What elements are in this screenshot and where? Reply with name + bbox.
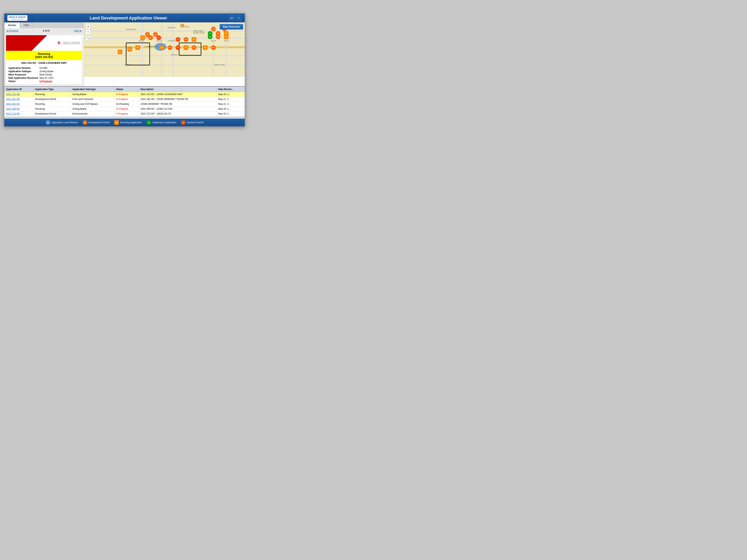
cell-app-type: Development Permit (33, 97, 71, 102)
nav-counter: 1 of 3 (43, 29, 50, 32)
marker-rz-left-3[interactable]: RZ (135, 45, 140, 50)
detail-status: Status: In Progress (8, 80, 80, 83)
realtor-r-icon: R (56, 40, 62, 46)
marker-rz-lh2[interactable]: RZ (184, 45, 188, 50)
marker-vp-1[interactable]: VP (176, 37, 180, 42)
road-label-222: 222 St (211, 40, 216, 42)
cell-app-subtype: Zoning and OCP Bylaws (71, 102, 114, 107)
app-container: MAPLE RIDGE British Columbia Land Develo… (4, 13, 245, 127)
marker-rz-4[interactable]: RZ (140, 35, 145, 40)
marker-dp-5[interactable]: DP (184, 37, 188, 42)
card-details: Application Number: 511069 Application S… (6, 65, 82, 84)
table-header-row: Application ID Application Type Applicat… (4, 87, 245, 92)
horizontal-scrollbar[interactable] (4, 117, 245, 118)
cell-date: May 21, 2... (217, 102, 245, 107)
marker-dp-1[interactable]: DP (211, 27, 216, 31)
legend-item: VP Variance Permit (181, 120, 203, 125)
marker-dp-8[interactable]: DP (148, 35, 153, 40)
table-row[interactable]: 2021-281-RZ Rezoning Zoning and OCP Byla… (4, 102, 245, 107)
cell-description: 22936 DEWDNEY TRUNK RD (139, 102, 216, 107)
marker-rz-top[interactable]: RZ (181, 24, 184, 26)
table-row[interactable]: 2021-281-DP Development Permit Form and … (4, 97, 245, 102)
cell-app-type: Rezoning (33, 107, 71, 111)
selected-outline-secondary (179, 43, 201, 56)
cell-app-subtype: Zoning Bylaw (71, 92, 114, 97)
col-date: Date Receiv... (217, 87, 245, 92)
cell-status: In Progress (114, 97, 139, 102)
cell-app-subtype: Zoning Bylaw (71, 107, 114, 111)
col-status: Status (114, 87, 139, 92)
road-cliff (84, 55, 245, 56)
app-header: MAPLE RIDGE British Columbia Land Develo… (4, 14, 245, 22)
cell-app-subtype: Form and Character (71, 97, 114, 102)
legend-label: Subdivision Application (152, 121, 176, 124)
value-work-proposed: Multi Family (40, 73, 52, 76)
cell-app-type: Rezoning (33, 102, 71, 107)
realtor-text: REALTOR® (62, 41, 80, 45)
zoom-in-button[interactable]: + (85, 24, 91, 29)
cell-app-subtype: Environmental (71, 111, 114, 116)
col-description: Description (139, 87, 216, 92)
help-icon[interactable]: ? (236, 16, 241, 21)
cell-status: 3rd Reading (114, 102, 139, 107)
panel-tabs: Details Filter (4, 22, 84, 28)
marker-dp-lh1[interactable]: DP (168, 45, 172, 50)
cell-app-id: 2021-272-DP (4, 111, 33, 116)
map-container[interactable]: Dover Rd. Howison Ave Laurie Ave Selkirk… (84, 22, 245, 77)
value-app-number: 511069 (40, 67, 47, 70)
detail-app-number: Application Number: 511069 (8, 67, 80, 70)
application-card: R REALTOR® Rezoning(2021-101-RZ) 2021-10… (6, 35, 82, 85)
map-overview-button[interactable]: Map Overview (220, 24, 243, 30)
road-label-223: 223 St (224, 40, 229, 42)
data-table-container: Application ID Application Type Applicat… (4, 86, 245, 118)
marker-dp-lh3[interactable]: DP (211, 45, 216, 50)
cell-app-id: 2021-280-RZ (4, 107, 33, 111)
map-background: Dover Rd. Howison Ave Laurie Ave Selkirk… (84, 22, 245, 77)
marker-rz-3[interactable]: RZ (191, 37, 196, 42)
cell-app-type: Rezoning (33, 92, 71, 97)
marker-rz-left-1[interactable]: RZ (118, 50, 122, 54)
legend-badge: DP (83, 120, 87, 125)
left-panel: Details Filter ◄ Previous 1 of 3 Next ► … (4, 22, 84, 86)
prev-button[interactable]: ◄ Previous (6, 29, 18, 32)
legend-label: Development Permit (88, 121, 110, 124)
cell-description: 2021-101-RZ - 21938 LOUGHEED HWY (139, 92, 216, 97)
search-button[interactable]: 🔍 (85, 35, 91, 41)
card-address: 2021-101-RZ - 21938 LOUGHEED HWY (6, 60, 82, 65)
tab-filter[interactable]: Filter (20, 22, 33, 28)
col-app-id: Application ID (4, 87, 33, 92)
value-status[interactable]: In Progress (40, 80, 52, 83)
email-icon[interactable]: ✉ (229, 16, 235, 21)
detail-work-proposed: Work Proposed: Multi Family (8, 73, 80, 76)
cell-date: May 20, 2... (217, 111, 245, 116)
marker-rz-lh3[interactable]: RZ (203, 45, 208, 50)
main-area: Details Filter ◄ Previous 1 of 3 Next ► … (4, 22, 245, 86)
marker-vp-2[interactable]: VP (156, 35, 161, 40)
label-date-received: Date Application Received: (8, 77, 40, 79)
detail-app-subtype: Application Subtype: Zoning Bylaw (8, 70, 80, 73)
cell-description: 2021-272-DP - 12628 232 ST (139, 111, 216, 116)
marker-vp-lh[interactable]: VP (176, 45, 180, 50)
table-row[interactable]: 2021-272-DP Development Permit Environme… (4, 111, 245, 116)
cell-app-id: 2021-281-RZ (4, 102, 33, 107)
legend-badge: RZ (114, 120, 119, 125)
cell-app-id: 2021-101-RZ (4, 92, 33, 97)
label-status: Status: (8, 80, 40, 83)
marker-dp-lh2[interactable]: DP (191, 45, 196, 50)
legend-bar: AL Agriculture Land Reserve DP Developme… (4, 118, 245, 126)
marker-rz-lh1[interactable]: RZ (159, 45, 164, 50)
road-label-howison: Howison Ave (126, 28, 136, 30)
table-row[interactable]: 2021-101-RZ Rezoning Zoning Bylaw In Pro… (4, 92, 245, 97)
tab-details[interactable]: Details (4, 22, 20, 28)
marker-sd-2[interactable]: SD (208, 34, 212, 39)
marker-rz-2[interactable]: RZ (224, 34, 229, 39)
col-app-type: Application Type (33, 87, 71, 92)
table-row[interactable]: 2021-280-RZ Rezoning Zoning Bylaw In Pro… (4, 107, 245, 111)
cell-date: May 21, 2... (217, 97, 245, 102)
marker-rz-left-2[interactable]: RZ (127, 47, 132, 52)
cell-status: In Progress (114, 92, 139, 97)
zoom-out-button[interactable]: − (85, 29, 91, 34)
next-button[interactable]: Next ► (74, 29, 82, 32)
legend-label: Agriculture Land Reserve (52, 121, 78, 124)
marker-dp-4[interactable]: DP (216, 34, 221, 39)
